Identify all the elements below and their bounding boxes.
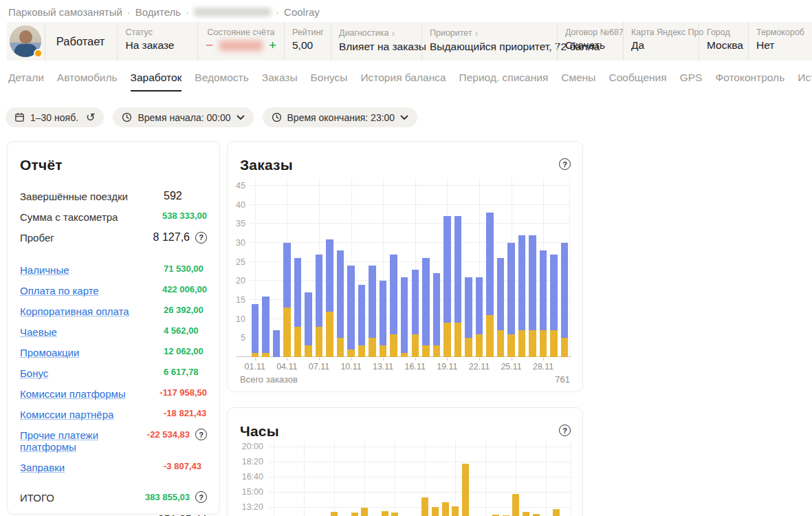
gridline <box>274 440 274 516</box>
order-bar-yellow-segment <box>507 334 515 357</box>
order-bar-yellow-segment <box>486 315 494 357</box>
report-value: 383 855,03? <box>145 491 207 503</box>
status-label: Статус <box>125 28 190 37</box>
gridline <box>250 185 570 186</box>
y-axis-label: 5 <box>225 333 245 343</box>
y-axis-label: 20 <box>225 276 245 286</box>
order-bar-blue-segment <box>433 273 441 345</box>
balance-decrease-button[interactable]: − <box>206 40 213 51</box>
axis-tick <box>543 358 544 361</box>
contract-download-link[interactable]: Скачать <box>565 39 615 52</box>
order-bar-yellow-segment <box>347 350 355 357</box>
priority-cell[interactable]: Приоритет › Выдающийся приоритет, 72 бал… <box>421 22 557 61</box>
diagnostics-cell[interactable]: Диагностика › Влияет на заказы <box>331 22 421 61</box>
y-axis-label: 40 <box>225 200 245 210</box>
order-bar-blue-segment <box>422 258 430 345</box>
order-bar-yellow-segment <box>337 338 344 357</box>
tab-История баланса[interactable]: История баланса <box>360 72 446 92</box>
help-icon[interactable]: ? <box>195 232 207 244</box>
order-bar <box>486 213 494 357</box>
tab-Заработок[interactable]: Заработок <box>131 72 182 92</box>
report-link[interactable]: Промоакции <box>20 346 164 358</box>
report-link[interactable]: Комиссии платформы <box>20 387 160 400</box>
end-time-chip[interactable]: Время окончания: 23:00 <box>263 107 418 127</box>
y-axis-label: 20:00 <box>236 442 263 451</box>
order-bar-blue-segment <box>401 277 408 354</box>
order-bar-blue-segment <box>550 255 558 331</box>
date-range-chip[interactable]: 1–30 нояб. ↺ <box>6 107 104 127</box>
order-bar-blue-segment <box>326 239 333 312</box>
gridline <box>250 204 570 205</box>
order-bar-blue-segment <box>476 277 483 334</box>
report-link[interactable]: Прочие платежи платформы <box>20 429 147 453</box>
order-bar-blue-segment <box>454 216 462 323</box>
pro-card-value: Да <box>631 39 691 52</box>
tab-Автомобиль[interactable]: Автомобиль <box>57 72 118 92</box>
tab-Заказы[interactable]: Заказы <box>262 72 298 92</box>
report-link[interactable]: Чаевые <box>20 325 164 338</box>
tab-Бонусы[interactable]: Бонусы <box>311 72 348 92</box>
order-bar-yellow-segment <box>443 323 451 357</box>
report-value: -18 821,43 <box>164 408 206 418</box>
start-time-chip[interactable]: Время начала: 00:00 <box>113 107 253 127</box>
report-row: ИТОГО383 855,03? <box>20 491 207 504</box>
help-icon[interactable]: ? <box>559 158 571 170</box>
order-bar-blue-segment <box>262 297 270 354</box>
balance-increase-button[interactable]: + <box>269 40 276 51</box>
help-icon[interactable]: ? <box>195 491 207 503</box>
report-row: Комиссии платформы-117 958,50 <box>20 387 207 400</box>
order-bar-blue-segment <box>497 258 505 330</box>
order-bar-yellow-segment <box>283 308 291 357</box>
hours-chart-plot: 20:0018:2016:4015:0013:2011:40 <box>269 440 571 516</box>
report-link[interactable]: Корпоративная оплата <box>20 305 164 317</box>
report-link[interactable]: Оплата по карте <box>20 284 162 297</box>
hours-chart-panel: Часы ? 20:0018:2016:4015:0013:2011:40 <box>227 407 583 516</box>
order-bar-blue-segment <box>390 255 397 334</box>
order-bar <box>262 297 270 357</box>
filter-chips: 1–30 нояб. ↺ Время начала: 00:00 Время о… <box>6 107 417 127</box>
hours-bar <box>553 509 560 516</box>
tab-Сообщения[interactable]: Сообщения <box>609 72 667 92</box>
rating-label: Рейтинг <box>292 28 323 37</box>
gridline <box>395 440 395 516</box>
help-icon[interactable]: ? <box>559 424 571 436</box>
tab-Период. списания[interactable]: Период. списания <box>459 72 549 92</box>
axis-tick <box>383 358 384 361</box>
order-bar <box>283 243 291 357</box>
axis-tick <box>351 358 352 361</box>
tab-Смены[interactable]: Смены <box>561 72 595 92</box>
chevron-right-icon: › <box>391 28 395 39</box>
order-bar <box>337 250 344 357</box>
tab-История изменений[interactable]: История изменений <box>798 72 812 92</box>
breadcrumb-park[interactable]: Парковый самозанятый <box>8 6 122 18</box>
report-value-text: -3 807,43 <box>164 461 201 471</box>
orders-total-value: 761 <box>555 374 570 385</box>
refresh-icon[interactable]: ↺ <box>86 111 95 124</box>
report-value: 538 333,00 <box>162 211 207 221</box>
report-link[interactable]: Заправки <box>20 461 164 473</box>
gridline <box>269 492 571 493</box>
x-axis-label: 13.11 <box>369 362 397 372</box>
report-link[interactable]: Комиссии партнёра <box>20 408 164 420</box>
report-value: 4 562,00 <box>164 325 199 336</box>
spacer <box>20 482 207 491</box>
tab-Детали[interactable]: Детали <box>8 72 44 92</box>
axis-tick <box>255 358 256 361</box>
breadcrumb-role: Водитель <box>135 6 181 18</box>
order-bar <box>412 270 419 357</box>
help-icon[interactable]: ? <box>195 429 207 440</box>
order-bar-blue-segment <box>358 285 366 345</box>
x-axis-label: 04.11 <box>273 362 300 372</box>
y-axis-label: 13:20 <box>236 502 263 512</box>
order-bar <box>369 266 376 357</box>
report-link[interactable]: Бонус <box>20 367 164 379</box>
priority-label: Приоритет <box>430 28 472 38</box>
report-row: Прочие платежи платформы-22 534,83? <box>20 429 207 453</box>
axis-tick <box>319 358 320 361</box>
tab-Ведомость[interactable]: Ведомость <box>195 72 248 92</box>
tab-Фотоконтроль[interactable]: Фотоконтроль <box>715 72 784 92</box>
report-link[interactable]: Наличные <box>20 264 164 276</box>
report-label: ИТОГО <box>20 491 145 504</box>
order-bar <box>252 304 259 357</box>
tab-GPS[interactable]: GPS <box>680 72 703 92</box>
